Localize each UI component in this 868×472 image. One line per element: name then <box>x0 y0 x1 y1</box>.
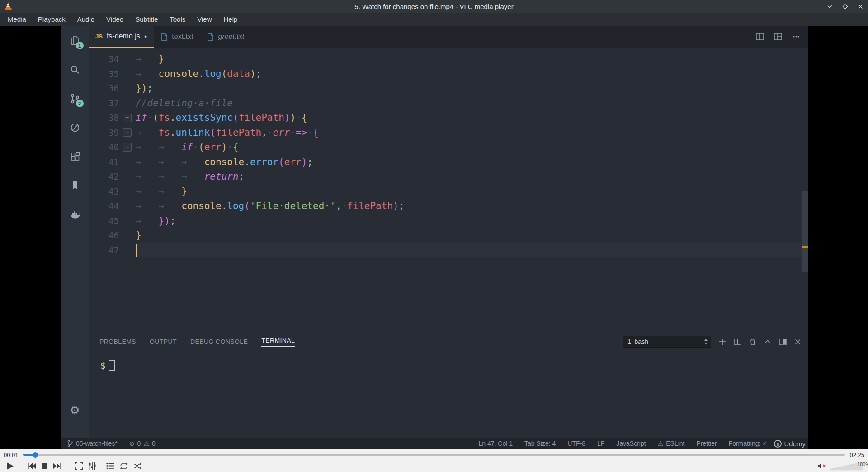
code-token: . <box>170 112 176 123</box>
menu-help[interactable]: Help <box>218 13 244 26</box>
search-icon <box>69 64 81 76</box>
code-line: 44→ → console.log('File·deleted·',·fileP… <box>89 199 802 214</box>
transport-row: 100% <box>0 459 868 472</box>
line-number: 43 <box>89 184 119 199</box>
playlist-button[interactable] <box>104 460 117 472</box>
seek-handle[interactable] <box>33 452 38 458</box>
code-token: ; <box>256 68 262 79</box>
code-token: → → <box>136 186 181 197</box>
close-button[interactable] <box>856 3 864 11</box>
stop-button[interactable] <box>39 460 50 472</box>
code-line: 46} <box>89 228 802 243</box>
total-time[interactable]: 02:25 <box>849 452 864 458</box>
code-text: → → } <box>136 184 187 199</box>
terminal-prompt: $ <box>100 361 105 371</box>
code-token: , <box>336 200 342 211</box>
menu-playback[interactable]: Playback <box>32 13 71 26</box>
minimize-button[interactable] <box>826 3 834 11</box>
vlc-menubar: MediaPlaybackAudioVideoSubtitleToolsView… <box>0 13 868 26</box>
line-number: 35 <box>89 67 119 81</box>
line-number: 40 <box>89 140 119 155</box>
code-token: → <box>136 53 159 64</box>
status-item-formatting-: Formatting: ✓ <box>729 440 768 447</box>
vscode-screenshot: 1 2 <box>61 26 808 449</box>
seek-slider[interactable] <box>23 454 845 456</box>
overview-ruler-modified-marker <box>802 246 808 248</box>
source-control-icon: 2 <box>69 93 81 105</box>
next-button[interactable] <box>50 460 64 472</box>
extended-settings-button[interactable] <box>85 460 99 472</box>
menu-media[interactable]: Media <box>2 13 32 26</box>
fold-collapse-icon: − <box>123 143 132 152</box>
code-line: 42→ → → return; <box>89 169 802 184</box>
maximize-button[interactable] <box>841 3 849 11</box>
status-item-utf-8: UTF-8 <box>567 440 585 447</box>
seek-row: 00:01 02:25 <box>0 450 868 459</box>
code-text: } <box>136 228 142 243</box>
status-item-label: LF <box>597 440 604 447</box>
code-token: → → → <box>136 157 204 167</box>
menu-subtitle[interactable]: Subtitle <box>129 13 164 26</box>
vscode-main: JSfs-demo.js●text.txtgreet.txt <box>89 26 808 438</box>
loop-button[interactable] <box>117 460 131 472</box>
menu-audio[interactable]: Audio <box>71 13 100 26</box>
menu-tools[interactable]: Tools <box>164 13 191 26</box>
code-text: if·(fs.existsSync(filePath))·{ <box>136 110 307 125</box>
code-token: log <box>227 200 244 211</box>
vlc-controls-area: 00:01 02:25 <box>0 449 868 472</box>
code-token: → → → <box>136 171 204 182</box>
elapsed-time[interactable]: 00:01 <box>4 452 19 458</box>
code-token: → <box>136 68 159 79</box>
code-line: 35→ console.log(data); <box>89 67 802 81</box>
explorer-badge: 1 <box>76 42 84 49</box>
fold-gutter <box>119 199 136 214</box>
fold-collapse-icon: − <box>123 114 132 122</box>
editor-tab-fs-demo-js: JSfs-demo.js● <box>89 26 154 48</box>
tab-label: greet.txt <box>218 33 244 41</box>
video-surface[interactable]: 1 2 <box>0 26 868 449</box>
code-token: · <box>147 112 153 123</box>
warnings-icon: ⚠ <box>143 440 149 447</box>
activity-bar: 1 2 <box>61 26 89 438</box>
code-line: 45→ }); <box>89 214 802 229</box>
fold-collapse-icon: − <box>123 128 132 137</box>
line-number: 47 <box>89 243 119 258</box>
code-token: ) <box>290 112 296 123</box>
fold-gutter <box>119 184 136 199</box>
code-token: · <box>341 200 347 211</box>
code-line: 40−→ → if·(err)·{ <box>89 140 802 155</box>
settings-gear-icon: ⚙ <box>61 404 89 417</box>
volume-muted-icon[interactable] <box>817 462 826 470</box>
split-terminal-icon <box>734 339 741 345</box>
play-button[interactable] <box>4 460 17 472</box>
status-item-tab-size-4: Tab Size: 4 <box>524 440 556 447</box>
code-token: log <box>204 68 222 79</box>
code-token: existsSync <box>176 112 233 123</box>
panel-tab-problems: PROBLEMS <box>99 338 136 345</box>
code-token: → <box>136 215 159 226</box>
code-token: . <box>244 157 250 167</box>
code-token: ; <box>147 83 153 94</box>
code-token: console <box>159 68 199 79</box>
code-token: ( <box>278 157 284 167</box>
code-token: , <box>261 127 267 138</box>
problems-status-item: ⊘ 0 ⚠ 0 <box>129 440 156 447</box>
line-number: 38 <box>89 110 119 125</box>
warnings-count: 0 <box>152 440 156 447</box>
code-token: }) <box>136 83 147 94</box>
menu-video[interactable]: Video <box>100 13 129 26</box>
fullscreen-button[interactable] <box>72 460 85 472</box>
code-token: console <box>204 157 245 167</box>
close-panel-icon <box>794 339 801 345</box>
code-token: { <box>233 142 239 153</box>
previous-button[interactable] <box>25 460 39 472</box>
code-token: ( <box>153 112 159 123</box>
random-button[interactable] <box>131 460 144 472</box>
code-editor: 34→ }35→ console.log(data);36});37//dele… <box>89 48 808 332</box>
code-token: . <box>222 200 227 211</box>
code-token: → → <box>136 200 181 211</box>
code-text <box>136 243 137 258</box>
debug-icon <box>69 122 81 133</box>
menu-view[interactable]: View <box>191 13 217 26</box>
panel-tab-output: OUTPUT <box>150 338 177 345</box>
